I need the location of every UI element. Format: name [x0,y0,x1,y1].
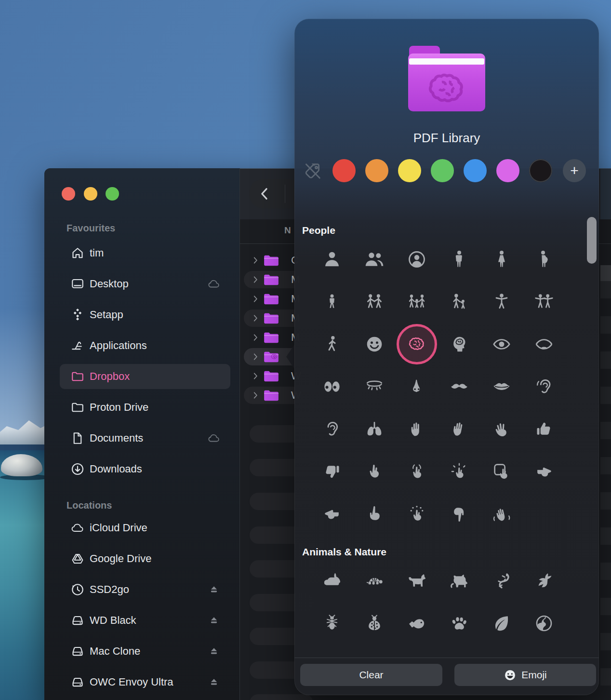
point-up-icon[interactable] [361,500,388,527]
emoji-button[interactable]: Emoji [454,664,596,686]
sidebar-item-setapp[interactable]: Setapp [60,302,230,327]
sidebar-item-google-drive[interactable]: Google Drive [60,546,230,571]
tag-color-purple[interactable] [496,159,519,182]
ear-wave-icon[interactable] [531,373,558,400]
wave-hand-icon[interactable] [488,500,515,527]
disclosure-chevron-icon[interactable] [251,390,260,400]
minimise-button[interactable] [84,187,97,201]
disclosure-chevron-icon[interactable] [251,294,260,304]
eject-icon[interactable] [207,675,221,689]
man-standing-icon[interactable] [446,246,473,273]
person-circle-icon[interactable] [403,246,430,273]
lungs-icon[interactable] [361,416,388,443]
clear-button[interactable]: Clear [300,664,442,686]
person-pair-icon[interactable] [361,246,388,273]
add-tag-color-button[interactable]: + [563,159,586,182]
ear-icon[interactable] [319,416,345,443]
family-icon[interactable] [403,288,430,315]
thumbs-up-icon[interactable] [531,416,558,443]
sidebar-item-proton-drive[interactable]: Proton Drive [60,395,230,420]
popover-footer: Clear Emoji [294,658,599,696]
sidebar-item-ssd2go[interactable]: SSD2go [60,577,230,602]
fish-icon[interactable] [403,610,430,637]
paw-print-icon[interactable] [446,610,473,637]
lips-icon[interactable] [488,373,515,400]
tag-color-black[interactable] [529,159,552,182]
closed-eye-icon[interactable] [361,373,388,400]
sidebar-item-documents[interactable]: Documents [60,426,230,451]
sidebar-item-icloud-drive[interactable]: iCloud Drive [60,515,230,540]
tag-color-orange[interactable] [365,159,388,182]
eyes-icon[interactable] [319,373,345,400]
point-left-icon[interactable] [319,500,345,527]
woman-standing-icon[interactable] [488,246,515,273]
figure-walking-icon[interactable] [319,331,345,358]
tag-color-red[interactable] [332,159,356,182]
pregnant-woman-icon[interactable] [531,246,558,273]
window-row-sliver [600,316,611,334]
hand-splayed-icon[interactable] [488,416,515,443]
smiling-face-icon[interactable] [361,331,388,358]
lizard-icon[interactable] [488,567,515,594]
sidebar-item-wd-black[interactable]: WD Black [60,608,230,633]
hand-raised-icon[interactable] [403,416,430,443]
disclosure-chevron-icon[interactable] [251,256,260,265]
disclosure-chevron-icon[interactable] [251,333,260,342]
nose-icon[interactable] [403,373,430,400]
person-icon[interactable] [319,246,345,273]
point-down-icon[interactable] [446,500,473,527]
hand-raised-tilt-icon[interactable] [446,416,473,443]
scrollbar-thumb[interactable] [587,217,597,264]
folder-brain-emboss [425,67,469,109]
sidebar-item-mac-clone[interactable]: Mac Clone [60,639,230,664]
brain-icon[interactable] [403,331,430,358]
mustache-icon[interactable] [446,373,473,400]
sidebar-item-desktop[interactable]: Desktop [60,271,230,296]
desktop: FavouritestimDesktopSetappApplicationsDr… [0,0,611,700]
tag-color-blue[interactable] [464,159,487,182]
sidebar-item-tim[interactable]: tim [60,241,230,266]
ant-icon[interactable] [319,610,345,637]
tag-color-green[interactable] [431,159,454,182]
eye-icon[interactable] [488,331,515,358]
eye-half-icon[interactable] [531,331,558,358]
turtle-icon[interactable] [361,567,388,594]
close-button[interactable] [62,187,75,201]
ladybug-icon[interactable] [361,610,388,637]
point-right-icon[interactable] [531,458,558,485]
rabbit-icon[interactable] [319,567,345,594]
eject-icon[interactable] [207,645,221,658]
column-header-name[interactable]: N [284,225,291,236]
disclosure-chevron-icon[interactable] [251,352,260,362]
sidebar-item-downloads[interactable]: Downloads [60,457,230,482]
figure-arms-open-icon[interactable] [488,288,515,315]
child-standing-icon[interactable] [319,288,345,315]
disclosure-chevron-icon[interactable] [251,371,260,381]
thumbs-down-icon[interactable] [319,458,345,485]
sidebar-item-applications[interactable]: Applications [60,333,230,358]
eject-icon[interactable] [207,583,221,596]
adult-and-child-icon[interactable] [446,288,473,315]
leaf-icon[interactable] [488,610,515,637]
disclosure-chevron-icon[interactable] [251,313,260,323]
hand-click-icon[interactable] [446,458,473,485]
tap-sparkle-icon[interactable] [403,500,430,527]
sidebar-item-owc-envoy-ultra[interactable]: OWC Envoy Ultra [60,670,230,695]
bird-icon[interactable] [531,567,558,594]
sidebar-item-dropbox[interactable]: Dropbox [60,364,230,389]
finger-point-up-icon[interactable] [361,458,388,485]
cat-icon[interactable] [446,567,473,594]
tag-color-yellow[interactable] [398,159,421,182]
figures-arms-out-icon[interactable] [531,288,558,315]
hand-press-square-icon[interactable] [488,458,515,485]
hand-tap-icon[interactable] [403,458,430,485]
zoom-button[interactable] [106,187,119,201]
globe-icon[interactable] [531,610,558,637]
disclosure-chevron-icon[interactable] [251,275,260,284]
no-tag-icon[interactable] [303,161,323,181]
people-holding-hands-icon[interactable] [361,288,388,315]
head-with-brain-icon[interactable] [446,331,473,358]
dog-icon[interactable] [403,567,430,594]
window-row-sliver [600,527,611,545]
eject-icon[interactable] [207,614,221,627]
